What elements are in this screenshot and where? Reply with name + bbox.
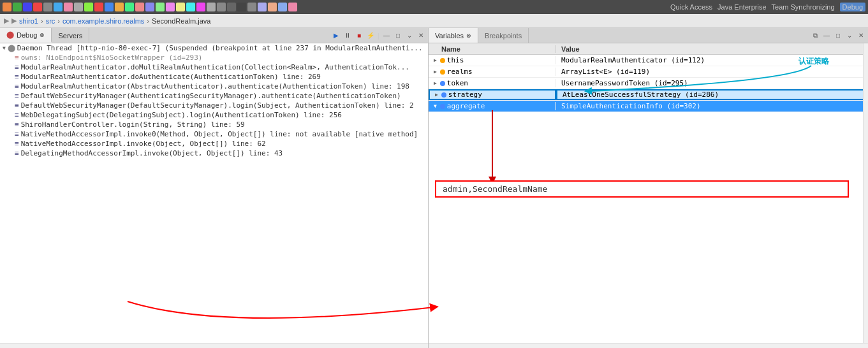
frame-label-9: NativeMethodAccessorImpl.invoke(Object, … <box>21 140 266 148</box>
frame-icon-10: ≡ <box>15 149 19 157</box>
debug-disconnect-btn[interactable]: ⚡ <box>366 31 375 40</box>
debug-hscrollbar[interactable] <box>0 343 428 348</box>
tab-variables[interactable]: Variables ⊗ <box>429 28 478 43</box>
frame-label-1: ModularRealmAuthenticator.doMultiRealmAu… <box>21 63 409 71</box>
variables-vscrollbar[interactable] <box>863 43 868 343</box>
var-name-this: this <box>447 56 464 64</box>
var-icon-token <box>440 81 445 86</box>
stack-frame-5[interactable]: ≡ DefaultWebSecurityManager(DefaultSecur… <box>0 101 428 110</box>
stack-frame-9[interactable]: ≡ NativeMethodAccessorImpl.invoke(Object… <box>0 139 428 149</box>
var-value-aggregate: SimpleAuthenticationInfo (id=302) <box>556 102 868 110</box>
breadcrumb-arrow: ▶ <box>4 17 9 25</box>
stack-frame-0[interactable]: ≡ owns: NioEndpoint$NioSocketWrapper (id… <box>0 53 428 62</box>
frame-label-2: ModularRealmAuthenticator.doAuthenticate… <box>21 73 321 81</box>
debug-max-btn[interactable]: □ <box>394 31 402 40</box>
debug-tab-x: ⊗ <box>40 32 45 38</box>
frame-icon-5: ≡ <box>15 101 19 110</box>
var-row-token[interactable]: ▶ token UsernamePasswordToken (id=295) <box>429 78 868 89</box>
variables-header: Name Value <box>429 43 868 55</box>
tab-debug[interactable]: ⬤ Debug ⊗ <box>0 28 52 43</box>
tooltip-box: admin,SecondRealmName <box>435 180 849 198</box>
quick-access-label: Quick Access <box>670 3 712 11</box>
debug-label[interactable]: Debug <box>840 3 865 11</box>
stack-frame-10[interactable]: ≡ DelegatingMethodAccessorImpl.invoke(Ob… <box>0 149 428 158</box>
var-value-strategy: AtLeastOneSuccessfulStrategy (id=286) <box>556 89 868 100</box>
debug-tab-icon: ⬤ <box>6 31 14 39</box>
frame-icon: ≡ <box>15 54 19 62</box>
team-synchronizing-label[interactable]: Team Synchronizing <box>772 3 835 11</box>
variables-area: Name Value ▶ this ModularRealmAuthentica… <box>429 43 868 343</box>
frame-label-7: ShiroHandlerController.login(String, Str… <box>21 120 245 129</box>
vars-min-btn[interactable]: — <box>822 31 831 40</box>
debug-resume-btn[interactable]: ▶ <box>332 31 341 40</box>
servers-tab-label: Servers <box>58 32 82 40</box>
frame-icon-4: ≡ <box>15 92 19 100</box>
col-name-header: Name <box>429 45 556 53</box>
stack-frame-2[interactable]: ≡ ModularRealmAuthenticator.doAuthentica… <box>0 72 428 82</box>
variables-tab-bar: Variables ⊗ Breakpoints ⧉ — □ ⌄ ✕ <box>429 28 868 43</box>
var-row-strategy[interactable]: ▶ strategy AtLeastOneSuccessfulStrategy … <box>429 89 868 101</box>
variables-hscrollbar[interactable] <box>429 343 868 348</box>
frame-label-8: NativeMethodAccessorImpl.invoke0(Method,… <box>21 130 418 138</box>
debug-tab-label: Debug <box>17 31 37 39</box>
tab-servers[interactable]: Servers <box>52 28 89 43</box>
sep1: | <box>378 32 379 40</box>
breadcrumb-item-4: SecondRealm.java <box>152 17 210 25</box>
var-value-realms: ArrayList<E> (id=119) <box>556 68 868 76</box>
vars-collapse-btn[interactable]: ⧉ <box>811 31 820 40</box>
debug-tree: ▼ ⬤ Daemon Thread [http-nio-80-exec-7] (… <box>0 43 428 343</box>
debug-terminate-btn[interactable]: ■ <box>355 31 364 40</box>
stack-frame-4[interactable]: ≡ DefaultWebSecurityManager(Authenticati… <box>0 91 428 101</box>
thread-label: Daemon Thread [http-nio-80-exec-7] (Susp… <box>17 44 423 52</box>
variables-tab-label: Variables <box>435 32 464 40</box>
var-value-token: UsernamePasswordToken (id=295) <box>556 79 868 87</box>
breadcrumb-item-3[interactable]: com.example.shiro.realms <box>63 17 144 25</box>
thread-icon: ⬤ <box>8 44 15 52</box>
stack-frame-8[interactable]: ≡ NativeMethodAccessorImpl.invoke0(Metho… <box>0 129 428 139</box>
col-value-header: Value <box>556 45 868 53</box>
stack-frame-1[interactable]: ≡ ModularRealmAuthenticator.doMultiRealm… <box>0 62 428 72</box>
breadcrumb: ▶ ▶ shiro1 › src › com.example.shiro.rea… <box>0 14 868 28</box>
var-name-realms: realms <box>447 68 473 76</box>
frame-icon-9: ≡ <box>15 140 19 148</box>
tab-breakpoints[interactable]: Breakpoints <box>478 28 529 43</box>
frame-icon-8: ≡ <box>15 130 19 138</box>
thread-item[interactable]: ▼ ⬤ Daemon Thread [http-nio-80-exec-7] (… <box>0 43 428 53</box>
frame-label-5: DefaultWebSecurityManager(DefaultSecurit… <box>21 101 414 110</box>
var-name-token: token <box>447 79 468 87</box>
breadcrumb-item-2[interactable]: src <box>46 17 55 25</box>
var-icon-aggregate <box>440 104 445 109</box>
breadcrumb-arrow2: ▶ <box>11 17 17 25</box>
frame-icon-3: ≡ <box>15 82 19 91</box>
toolbar-icons <box>3 3 297 11</box>
frame-label-4: DefaultWebSecurityManager(Authenticating… <box>21 92 401 100</box>
var-row-realms[interactable]: ▶ realms ArrayList<E> (id=119) <box>429 66 868 78</box>
stack-frame-7[interactable]: ≡ ShiroHandlerController.login(String, S… <box>0 120 428 129</box>
debug-tab-bar: ⬤ Debug ⊗ Servers ▶ ⏸ ■ ⚡ | — □ ⌄ ✕ <box>0 28 428 43</box>
breadcrumb-item-1[interactable]: shiro1 <box>19 17 38 25</box>
var-row-aggregate[interactable]: ▼ aggregate SimpleAuthenticationInfo (id… <box>429 101 868 112</box>
var-name-aggregate: aggregate <box>447 102 485 110</box>
var-icon-strategy <box>441 92 446 98</box>
breakpoints-tab-label: Breakpoints <box>485 32 522 40</box>
vars-max-btn[interactable]: □ <box>834 31 842 40</box>
tooltip-text: admin,SecondRealmName <box>443 184 547 194</box>
frame-label: owns: NioEndpoint$NioSocketWrapper (id=2… <box>21 54 203 62</box>
vars-close-btn[interactable]: ✕ <box>857 31 865 40</box>
stack-frame-3[interactable]: ≡ ModularRealmAuthenticator(AbstractAuth… <box>0 82 428 91</box>
var-name-strategy: strategy <box>448 91 482 99</box>
variables-tab-x: ⊗ <box>466 33 471 39</box>
debug-chevron-btn[interactable]: ⌄ <box>405 31 414 40</box>
debug-min-btn[interactable]: — <box>382 31 391 40</box>
debug-suspend-btn[interactable]: ⏸ <box>343 31 352 40</box>
frame-icon-2: ≡ <box>15 73 19 81</box>
debug-close-btn[interactable]: ✕ <box>416 31 425 40</box>
stack-frame-6[interactable]: ≡ WebDelegatingSubject(DelegatingSubject… <box>0 110 428 120</box>
top-toolbar: Quick Access Java Enterprise Team Synchr… <box>0 0 868 14</box>
vars-chevron-btn[interactable]: ⌄ <box>845 31 854 40</box>
var-icon-this <box>440 58 445 63</box>
java-enterprise-label[interactable]: Java Enterprise <box>717 3 766 11</box>
annotation-cn: 认证策略 <box>798 56 829 67</box>
frame-icon-7: ≡ <box>15 120 19 129</box>
frame-icon-6: ≡ <box>15 111 19 119</box>
